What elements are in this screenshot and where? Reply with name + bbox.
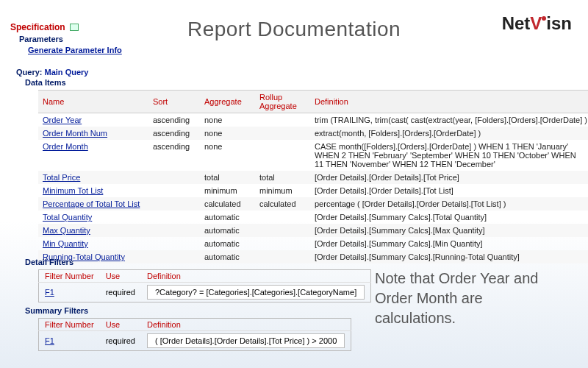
cell-definition: [Order Details].[Summary Calcs].[Max Qua…: [310, 224, 588, 237]
sf-num-link[interactable]: F1: [45, 336, 54, 345]
tree-generate-parameter-info[interactable]: Generate Parameter Info: [28, 46, 122, 54]
cell-sort: [148, 184, 200, 197]
cell-aggregate: none: [200, 113, 255, 127]
annotation-note: Note that Order Year and Order Month are…: [375, 269, 566, 328]
col-definition[interactable]: Definition: [310, 91, 588, 113]
data-item-link[interactable]: Minimum Tot List: [43, 186, 103, 195]
sf-use: required: [100, 331, 141, 351]
detail-filters-section: Detail Filters Filter Number Use Definit…: [25, 258, 371, 302]
data-item-link[interactable]: Max Quantity: [43, 226, 90, 235]
data-items-label: Data Items: [25, 78, 66, 87]
cell-definition: extract(month, [Folders].[Orders].[Order…: [310, 127, 588, 140]
cell-aggregate: minimum: [200, 184, 255, 197]
cell-aggregate: none: [200, 140, 255, 171]
cell-aggregate: automatic: [200, 237, 255, 250]
df-use: required: [100, 283, 141, 302]
cell-rollup: [255, 140, 310, 171]
data-item-link[interactable]: Order Month: [43, 142, 88, 151]
table-row: Max Quantityautomatic[Order Details].[Su…: [38, 224, 588, 237]
sf-col-num: Filter Number: [39, 319, 100, 331]
logo-part-v: V: [530, 13, 542, 33]
col-sort[interactable]: Sort: [148, 91, 200, 113]
cell-definition: CASE month([Folders].[Orders].[OrderDate…: [310, 140, 588, 171]
cell-sort: [148, 171, 200, 184]
data-item-link[interactable]: Total Quantity: [43, 213, 92, 222]
table-row: F1 required ?Category? = [Categories].[C…: [39, 283, 371, 302]
nav-tree: Specification Parameters Generate Parame…: [10, 22, 122, 54]
table-row: Percentage of Total Tot Listcalculatedca…: [38, 197, 588, 210]
logo-part-net: Net: [502, 13, 531, 33]
table-row: Total Pricetotaltotal[Order Details].[Or…: [38, 171, 588, 184]
logo: NetVisn: [502, 13, 572, 34]
data-items-table: Name Sort Aggregate Rollup Aggregate Def…: [38, 90, 588, 263]
cell-rollup: [255, 210, 310, 224]
detail-filters-label: Detail Filters: [25, 258, 371, 266]
df-col-num: Filter Number: [39, 270, 100, 283]
df-def-box: ?Category? = [Categories].[Categories].[…: [147, 285, 365, 300]
cell-rollup: total: [255, 171, 310, 184]
sf-col-def: Definition: [141, 319, 351, 331]
cell-rollup: [255, 127, 310, 140]
sf-col-use: Use: [100, 319, 141, 331]
data-item-link[interactable]: Order Month Num: [43, 129, 107, 138]
table-row: Order MonthascendingnoneCASE month([Fold…: [38, 140, 588, 171]
cell-aggregate: automatic: [200, 224, 255, 237]
summary-filters-section: Summary Filters Filter Number Use Defini…: [25, 306, 351, 351]
data-item-link[interactable]: Total Price: [43, 173, 80, 182]
cell-rollup: [255, 237, 310, 250]
df-num-link[interactable]: F1: [45, 288, 54, 297]
data-item-link[interactable]: Percentage of Total Tot List: [43, 199, 140, 208]
cell-rollup: calculated: [255, 197, 310, 210]
cell-definition: [Order Details].[Order Details].[Tot Lis…: [310, 184, 588, 197]
col-name[interactable]: Name: [38, 91, 148, 113]
col-rollup[interactable]: Rollup Aggregate: [255, 91, 310, 113]
cell-definition: [Order Details].[Summary Calcs].[Min Qua…: [310, 237, 588, 250]
df-col-use: Use: [100, 270, 141, 283]
summary-filters-label: Summary Filters: [25, 306, 351, 315]
cell-sort: ascending: [148, 140, 200, 171]
table-row: Min Quantityautomatic[Order Details].[Su…: [38, 237, 588, 250]
data-item-link[interactable]: Order Year: [43, 116, 82, 124]
cell-definition: [Order Details].[Order Details].[Tot Pri…: [310, 171, 588, 184]
logo-part-isn: isn: [546, 13, 572, 33]
cell-aggregate: automatic: [200, 210, 255, 224]
table-row: Minimum Tot Listminimumminimum[Order Det…: [38, 184, 588, 197]
detail-filters-table: Filter Number Use Definition F1 required…: [38, 269, 371, 302]
cell-sort: [148, 224, 200, 237]
col-aggregate[interactable]: Aggregate: [200, 91, 255, 113]
cell-definition: percentage ( [Order Details].[Order Deta…: [310, 197, 588, 210]
table-row: Total Quantityautomatic[Order Details].[…: [38, 210, 588, 224]
query-name: Main Query: [45, 68, 89, 77]
document-icon[interactable]: [70, 24, 79, 31]
data-item-link[interactable]: Min Quantity: [43, 239, 88, 248]
cell-definition: [Order Details].[Summary Calcs].[Total Q…: [310, 210, 588, 224]
summary-filters-table: Filter Number Use Definition F1 required…: [38, 318, 351, 351]
table-row: Order Yearascendingnonetrim (TRAILING, t…: [38, 113, 588, 127]
table-row: F1 required ( [Order Details].[Order Det…: [39, 331, 351, 351]
tree-specification[interactable]: Specification: [10, 22, 65, 32]
cell-rollup: minimum: [255, 184, 310, 197]
cell-rollup: [255, 113, 310, 127]
cell-aggregate: none: [200, 127, 255, 140]
cell-rollup: [255, 224, 310, 237]
cell-sort: ascending: [148, 113, 200, 127]
tree-parameters[interactable]: Parameters: [19, 35, 122, 43]
query-line: Query: Main Query: [16, 68, 88, 77]
cell-sort: [148, 210, 200, 224]
sf-def-box: ( [Order Details].[Order Details].[Tot P…: [147, 333, 345, 348]
cell-sort: ascending: [148, 127, 200, 140]
cell-sort: [148, 197, 200, 210]
cell-definition: trim (TRAILING, trim(cast( cast(extract(…: [310, 113, 588, 127]
cell-aggregate: total: [200, 171, 255, 184]
query-label: Query:: [16, 68, 42, 77]
df-col-def: Definition: [141, 270, 371, 283]
table-row: Order Month Numascendingnoneextract(mont…: [38, 127, 588, 140]
cell-sort: [148, 237, 200, 250]
cell-aggregate: calculated: [200, 197, 255, 210]
